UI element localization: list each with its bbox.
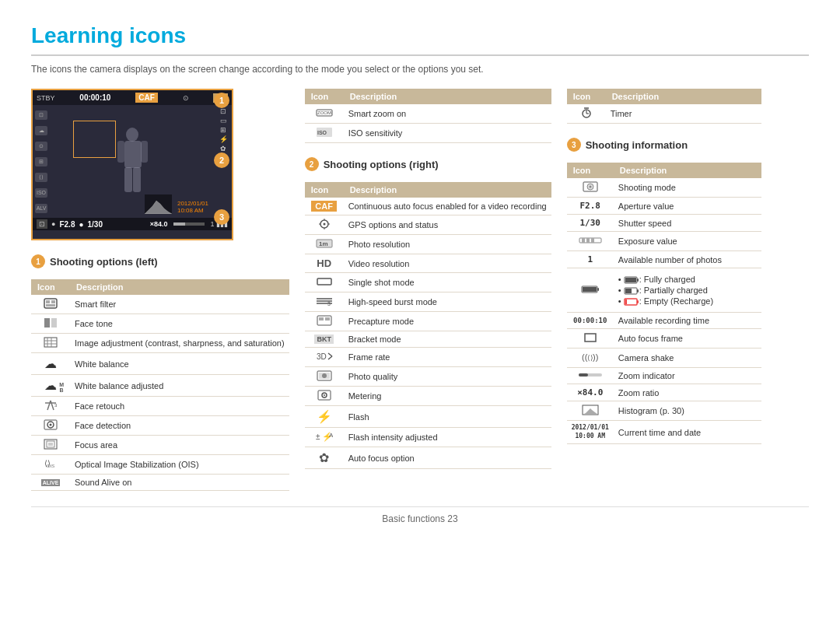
table-row: Precapture mode xyxy=(305,312,551,331)
ois-desc: Optical Image Stabilization (OIS) xyxy=(70,455,289,475)
table-row: Timer xyxy=(567,104,761,124)
bracket-icon: BKT xyxy=(314,335,334,344)
svg-text:3D: 3D xyxy=(317,352,327,361)
iso-desc: ISO sensitivity xyxy=(344,124,551,143)
camera-bottom-bar: ⊡ ● F2.8 ● 1/30 ×84.0 1 ▮▮▮ xyxy=(33,218,232,230)
table-row: ☁ White balance xyxy=(31,353,289,375)
camera-date: 2012/01/0110:08 AM xyxy=(177,200,208,214)
svg-rect-78 xyxy=(625,278,636,282)
svg-rect-42 xyxy=(317,278,331,285)
shooting-info-table: Icon Description Shooting mode F2.8 Aper… xyxy=(567,163,761,444)
face-retouch-desc: Face retouch xyxy=(70,397,289,416)
battery-icon xyxy=(581,284,600,296)
table-row: Metering xyxy=(305,387,551,406)
svg-rect-90 xyxy=(579,373,588,377)
col-desc-rtop: Description xyxy=(606,89,761,104)
svg-rect-12 xyxy=(51,318,57,328)
battery-desc: : Fully charged : Partially charged : Em… xyxy=(614,268,761,313)
battery-partial: : Partially charged xyxy=(618,285,757,296)
svg-rect-5 xyxy=(133,167,141,192)
smart-zoom-iso-table: Icon Description ZOOM Smart zoom on ISO … xyxy=(305,89,551,143)
histogram-icon xyxy=(582,405,599,417)
video-res-desc: Video resolution xyxy=(344,254,551,273)
quality-icon xyxy=(317,370,332,383)
section2-label: Shooting options (right) xyxy=(324,159,439,170)
col-desc-right: Description xyxy=(614,163,761,178)
svg-text:A: A xyxy=(329,432,333,439)
table-row: Face tone xyxy=(31,314,289,334)
table-row: Histogram (p. 30) xyxy=(567,401,761,421)
svg-marker-6 xyxy=(145,201,172,214)
aperture-icon: F2.8 xyxy=(579,201,600,211)
svg-point-0 xyxy=(126,128,138,142)
battery-full: : Fully charged xyxy=(618,274,757,285)
svg-rect-74 xyxy=(597,288,599,291)
svg-rect-49 xyxy=(325,317,330,321)
table-row: Face detection xyxy=(31,416,289,436)
table-row: 1m Photo resolution xyxy=(305,235,551,254)
face-retouch-icon: 3 xyxy=(44,400,58,412)
precapture-desc: Precapture mode xyxy=(344,312,551,331)
table-row: 3D Frame rate xyxy=(305,348,551,367)
datetime-desc: Current time and date xyxy=(614,421,761,444)
svg-text:ZOOM: ZOOM xyxy=(317,110,331,115)
framerate-desc: Frame rate xyxy=(344,348,551,367)
table-row: ±⚡A Flash intensity adjusted xyxy=(305,428,551,447)
table-row: Smart filter xyxy=(31,295,289,314)
svg-rect-13 xyxy=(44,338,57,347)
histogram-desc: Histogram (p. 30) xyxy=(614,401,761,421)
svg-marker-92 xyxy=(583,408,598,415)
svg-rect-80 xyxy=(637,289,639,292)
single-shot-icon xyxy=(317,276,332,289)
svg-rect-1 xyxy=(124,141,142,168)
table-row: GPS options and status xyxy=(305,215,551,235)
svg-rect-84 xyxy=(625,299,627,304)
gps-desc: GPS options and status xyxy=(344,215,551,235)
white-balance-icon: ☁ xyxy=(44,356,57,371)
table-row: BKT Bracket mode xyxy=(305,331,551,348)
section1-number: 1 xyxy=(31,254,45,268)
shutter-desc: Shutter speed xyxy=(614,215,761,232)
zoom-ratio-desc: Zoom ratio xyxy=(614,384,761,401)
svg-rect-11 xyxy=(44,318,50,328)
section2-title: 2 Shooting options (right) xyxy=(305,157,551,171)
image-adj-icon xyxy=(44,337,58,349)
svg-text:ISO: ISO xyxy=(317,130,327,135)
white-balance-adj-desc: White balance adjusted xyxy=(70,375,289,397)
camera-shake-desc: Camera shake xyxy=(614,349,761,368)
available-photos-icon: 1 xyxy=(587,254,593,264)
table-row: HD Video resolution xyxy=(305,254,551,273)
svg-rect-77 xyxy=(637,278,639,282)
table-row: Single shot mode xyxy=(305,273,551,292)
table-row: ⚡ Flash xyxy=(305,406,551,428)
svg-point-68 xyxy=(589,186,591,188)
sound-alive-desc: Sound Alive on xyxy=(70,475,289,491)
smart-zoom-icon: ZOOM xyxy=(316,107,333,120)
badge-3: 3 xyxy=(214,209,229,225)
table-row: ☁MB White balance adjusted xyxy=(31,375,289,397)
zoom-ratio-icon: ×84.0 xyxy=(577,387,603,398)
footer: Basic functions 23 xyxy=(31,506,809,524)
table-row: ALIVE Sound Alive on xyxy=(31,475,289,491)
table-row: ISO ISO sensitivity xyxy=(305,124,551,143)
svg-rect-2 xyxy=(117,141,124,163)
svg-text:3: 3 xyxy=(327,301,331,306)
flash-adj-desc: Flash intensity adjusted xyxy=(344,428,551,447)
shooting-mode-desc: Shooting mode xyxy=(614,178,761,198)
camera-shake-icon: ((⟨⟩)) xyxy=(582,352,599,364)
flash-icon: ⚡ xyxy=(317,409,332,424)
available-photos-desc: Available number of photos xyxy=(614,251,761,268)
svg-point-55 xyxy=(322,373,327,378)
flash-adj-icon: ±⚡A xyxy=(316,431,333,443)
svg-line-19 xyxy=(47,401,51,410)
col-icon-left: Icon xyxy=(31,279,70,295)
page-title: Learning icons xyxy=(31,23,809,56)
svg-text:OIS: OIS xyxy=(47,464,54,468)
col-icon-right: Icon xyxy=(567,163,614,178)
bracket-desc: Bracket mode xyxy=(344,331,551,348)
white-balance-adj-icon: ☁ xyxy=(44,378,57,393)
af-frame-icon xyxy=(583,332,597,345)
svg-rect-75 xyxy=(583,287,597,292)
af-option-icon: ✿ xyxy=(319,450,329,465)
burst-desc: High-speed burst mode xyxy=(344,292,551,312)
